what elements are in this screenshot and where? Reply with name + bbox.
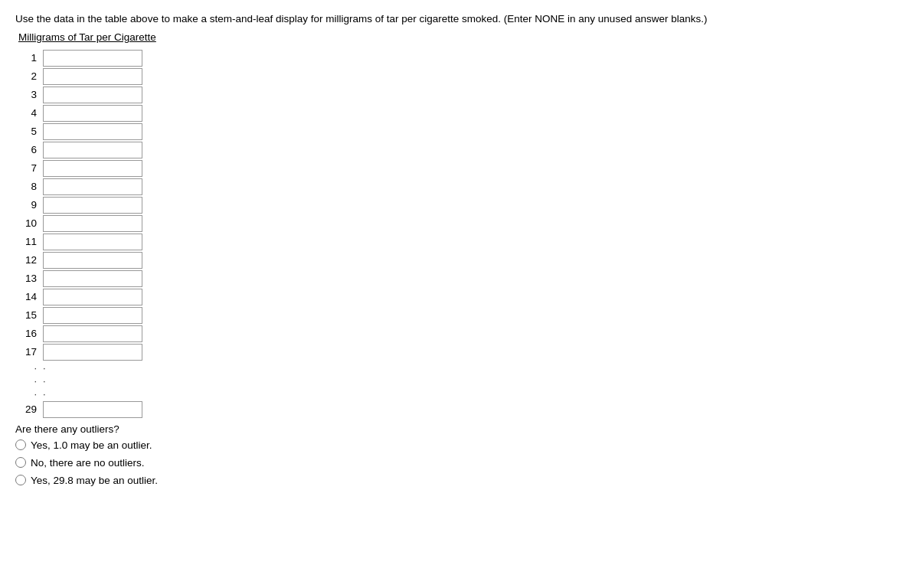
stem-row: 2 xyxy=(17,67,146,86)
radio-option-0[interactable]: Yes, 1.0 may be an outlier. xyxy=(15,439,904,451)
stem-label: 2 xyxy=(17,67,40,86)
dots-row: ·· xyxy=(17,374,146,387)
radio-label-2: Yes, 29.8 may be an outlier. xyxy=(31,475,158,486)
leaf-input-8[interactable] xyxy=(43,178,142,195)
stem-row: 16 xyxy=(17,325,146,343)
leaf-input-14[interactable] xyxy=(43,289,142,305)
leaf-input-17[interactable] xyxy=(43,344,142,361)
leaf-input-7[interactable] xyxy=(43,160,142,177)
stem-label: 6 xyxy=(17,141,40,159)
dots-row: ·· xyxy=(17,361,146,374)
stem-row: 1 xyxy=(17,49,146,67)
stem-label-last: 29 xyxy=(17,400,40,419)
stem-label: 14 xyxy=(17,288,40,306)
leaf-input-3[interactable] xyxy=(43,87,142,103)
leaf-cell xyxy=(40,86,146,104)
leaf-input-15[interactable] xyxy=(43,307,142,324)
leaf-cell xyxy=(40,251,146,270)
leaf-cell xyxy=(40,159,146,178)
stem-row: 11 xyxy=(17,233,146,251)
stem-label: 11 xyxy=(17,233,40,251)
stem-leaf-table: 1234567891011121314151617······29 xyxy=(17,49,146,419)
stem-row: 9 xyxy=(17,196,146,214)
leaf-cell xyxy=(40,233,146,251)
leaf-cell xyxy=(40,288,146,306)
stem-label: 16 xyxy=(17,325,40,343)
leaf-cell xyxy=(40,178,146,196)
leaf-cell-last xyxy=(40,400,146,419)
leaf-input-9[interactable] xyxy=(43,197,142,214)
stem-label: 17 xyxy=(17,343,40,361)
leaf-cell xyxy=(40,325,146,343)
stem-row: 5 xyxy=(17,122,146,141)
stem-row: 8 xyxy=(17,178,146,196)
outlier-question: Are there any outliers? xyxy=(15,423,904,435)
stem-label: 4 xyxy=(17,104,40,122)
leaf-cell xyxy=(40,270,146,288)
leaf-cell xyxy=(40,306,146,325)
leaf-cell xyxy=(40,122,146,141)
stem-row: 15 xyxy=(17,306,146,325)
leaf-input-4[interactable] xyxy=(43,105,142,122)
leaf-input-5[interactable] xyxy=(43,123,142,140)
stem-label: 9 xyxy=(17,196,40,214)
leaf-input-1[interactable] xyxy=(43,50,142,67)
stem-label: 5 xyxy=(17,122,40,141)
stem-label: 3 xyxy=(17,86,40,104)
leaf-input-13[interactable] xyxy=(43,270,142,287)
leaf-input-11[interactable] xyxy=(43,234,142,250)
outlier-section: Are there any outliers? Yes, 1.0 may be … xyxy=(15,423,904,486)
leaf-cell xyxy=(40,104,146,122)
stem-row: 14 xyxy=(17,288,146,306)
dots-leaf: · xyxy=(40,387,146,400)
leaf-input-2[interactable] xyxy=(43,68,142,85)
dots-stem: · xyxy=(17,374,40,387)
radio-label-0: Yes, 1.0 may be an outlier. xyxy=(31,439,152,451)
leaf-cell xyxy=(40,67,146,86)
leaf-cell xyxy=(40,214,146,233)
dots-leaf: · xyxy=(40,361,146,374)
instruction-text: Use the data in the table above to make … xyxy=(15,12,904,27)
radio-option-2[interactable]: Yes, 29.8 may be an outlier. xyxy=(15,475,904,486)
stem-label: 12 xyxy=(17,251,40,270)
leaf-input-29[interactable] xyxy=(43,401,142,418)
stem-row: 7 xyxy=(17,159,146,178)
stem-row: 17 xyxy=(17,343,146,361)
stem-row-last: 29 xyxy=(17,400,146,419)
radio-input-1[interactable] xyxy=(15,457,26,468)
leaf-input-16[interactable] xyxy=(43,325,142,342)
leaf-cell xyxy=(40,343,146,361)
dots-stem: · xyxy=(17,361,40,374)
leaf-cell xyxy=(40,141,146,159)
stem-row: 6 xyxy=(17,141,146,159)
stem-label: 8 xyxy=(17,178,40,196)
dots-leaf: · xyxy=(40,374,146,387)
stem-label: 15 xyxy=(17,306,40,325)
leaf-cell xyxy=(40,196,146,214)
leaf-input-12[interactable] xyxy=(43,252,142,269)
radio-input-2[interactable] xyxy=(15,475,26,485)
stem-row: 10 xyxy=(17,214,146,233)
dots-row: ·· xyxy=(17,387,146,400)
leaf-cell xyxy=(40,49,146,67)
stem-label: 13 xyxy=(17,270,40,288)
leaf-input-10[interactable] xyxy=(43,215,142,232)
table-title: Milligrams of Tar per Cigarette xyxy=(18,31,904,43)
stem-row: 3 xyxy=(17,86,146,104)
radio-option-1[interactable]: No, there are no outliers. xyxy=(15,457,904,469)
stem-label: 7 xyxy=(17,159,40,178)
stem-row: 4 xyxy=(17,104,146,122)
stem-row: 13 xyxy=(17,270,146,288)
leaf-input-6[interactable] xyxy=(43,142,142,158)
radio-input-0[interactable] xyxy=(15,439,26,450)
stem-label: 10 xyxy=(17,214,40,233)
stem-label: 1 xyxy=(17,49,40,67)
radio-label-1: No, there are no outliers. xyxy=(31,457,145,469)
stem-row: 12 xyxy=(17,251,146,270)
dots-stem: · xyxy=(17,387,40,400)
